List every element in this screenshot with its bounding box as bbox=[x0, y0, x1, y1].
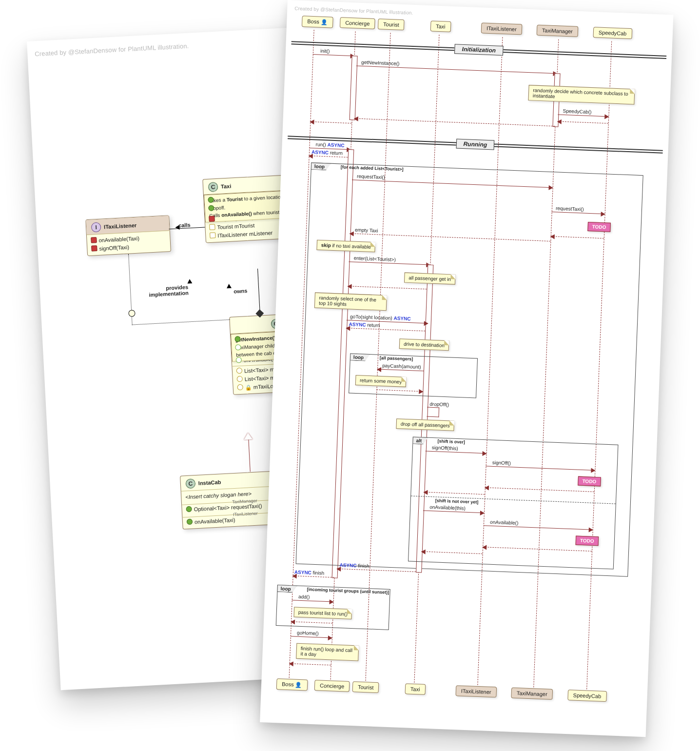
msg-getnewinstance: getNewInstance() bbox=[361, 59, 400, 66]
relation-line bbox=[257, 269, 260, 315]
actor-taximanager: TaxiManager bbox=[511, 688, 553, 700]
inheritance-arrowhead-icon bbox=[244, 433, 253, 440]
note-getin: all passenger get in bbox=[404, 273, 455, 285]
msg-init: init() bbox=[320, 48, 330, 54]
note-todo: TODO bbox=[578, 476, 601, 487]
msg-requesttaxi: requestTaxi() bbox=[357, 174, 385, 180]
actor-boss: Boss 👤 bbox=[302, 16, 333, 28]
note-money: return some money bbox=[355, 375, 407, 387]
msg-async-finish: ASYNC finish bbox=[294, 569, 325, 575]
inheritance-line bbox=[248, 439, 250, 472]
class-badge-icon: C bbox=[208, 182, 218, 192]
msg-signoff-2: signOff() bbox=[492, 460, 511, 466]
msg-requesttaxi-2: requestTaxi() bbox=[556, 205, 584, 212]
actor-tourist: Tourist bbox=[352, 681, 379, 693]
credit-text: Created by @StefanDensow for PlantUML il… bbox=[35, 42, 189, 58]
msg-dropoff: dropOff() bbox=[429, 401, 449, 408]
actor-itaxilistener: ITaxiListener bbox=[481, 22, 523, 35]
actor-tourist: Tourist bbox=[378, 19, 405, 30]
actor-speedycab: SpeedyCab bbox=[593, 27, 632, 39]
note-todo: TODO bbox=[587, 222, 610, 232]
msg-speedycab: SpeedyCab() bbox=[563, 108, 591, 115]
interface-badge-icon: I bbox=[91, 222, 101, 233]
msg-add: add() bbox=[298, 594, 310, 600]
frame-alt-shift: alt [shift is over] [shift is not over y… bbox=[408, 437, 619, 570]
msg-empty-taxi: empty Taxi bbox=[355, 227, 378, 234]
actor-taximanager: TaxiManager bbox=[537, 25, 579, 37]
msg-run: run() ASYNC bbox=[315, 141, 344, 148]
relation-line bbox=[128, 249, 230, 325]
actor-boss: Boss 👤 bbox=[276, 678, 308, 691]
phase-initialization: Initialization bbox=[291, 38, 666, 62]
actor-speedycab: SpeedyCab bbox=[567, 690, 606, 702]
class-title: Taxi bbox=[221, 183, 232, 189]
msg-gohome: goHome() bbox=[297, 630, 319, 636]
actor-concierge: Concierge bbox=[340, 17, 375, 29]
credit-text: Created by @StefanDensow for PlantUML il… bbox=[294, 6, 413, 16]
actor-concierge: Concierge bbox=[314, 680, 350, 692]
note-sight: randomly select one of the top 10 sights bbox=[314, 293, 387, 311]
note-random-subclass: randomly decide which concrete subclass … bbox=[528, 85, 635, 104]
arrowhead-icon bbox=[175, 225, 180, 230]
self-call bbox=[427, 407, 439, 417]
class-badge-icon: C bbox=[185, 478, 195, 489]
note-todo: TODO bbox=[576, 536, 599, 546]
actor-taxi: Taxi bbox=[405, 683, 426, 695]
msg-signoff: signOff(this) bbox=[432, 445, 458, 451]
actor-taxi: Taxi bbox=[430, 20, 451, 32]
note-gohome: finish run() loop and call it a day bbox=[296, 643, 359, 661]
msg-onavailable-2: onAvailable() bbox=[490, 519, 519, 526]
msg-async-finish: ASYNC finish bbox=[339, 562, 369, 569]
note-dropoff-passengers: drop off all passengers bbox=[396, 418, 454, 431]
class-itaxilistener: I ITaxiListener onAvailable(Taxi) signOf… bbox=[85, 215, 171, 256]
sequence-diagram-sheet: Created by @StefanDensow for PlantUML il… bbox=[260, 0, 673, 737]
note-drive: drive to destination bbox=[399, 338, 449, 351]
class-title: ITaxiListener bbox=[104, 222, 137, 230]
actor-itaxilistener: ITaxiListener bbox=[455, 685, 497, 697]
relation-owns: owns bbox=[233, 288, 248, 294]
msg-async-return: ASYNC return bbox=[311, 149, 343, 156]
